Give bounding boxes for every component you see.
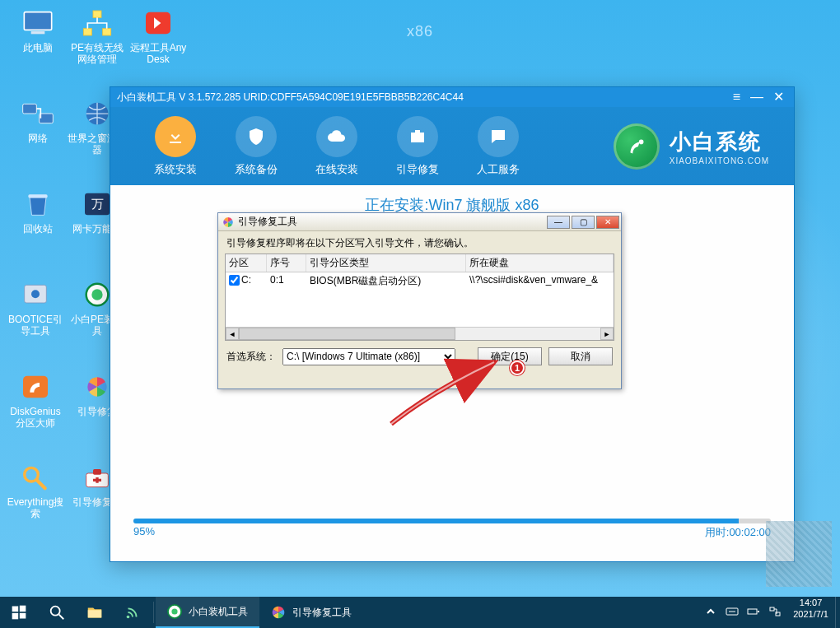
taskbar-wifi-icon[interactable] [114, 597, 152, 628]
ok-button[interactable]: 确定(15) [478, 347, 542, 365]
desktop-icon-bootice[interactable]: BOOTICE引导工具 [6, 278, 65, 337]
desktop-icon-label: DiskGenius分区大师 [6, 406, 65, 429]
col-type[interactable]: 引导分区类型 [306, 254, 466, 272]
dialog-titlebar[interactable]: 引导修复工具 — ▢ ✕ [218, 213, 621, 231]
nav-label: 系统安装 [135, 162, 216, 177]
desktop-icon-label: 网络 [8, 133, 68, 144]
taskbar-task-bootrepair[interactable]: 引导修复工具 [259, 597, 363, 628]
nav-manual[interactable]: 人工服务 [458, 116, 539, 177]
svg-rect-3 [83, 29, 91, 35]
desktop-icon-network[interactable]: 网络 [8, 97, 68, 144]
taskbar-search-icon[interactable] [38, 597, 76, 628]
app-nav: 系统安装 系统备份 在线安装 引导修复 人工服务 小白系统 XIAOBAIXIT… [110, 107, 794, 185]
dialog-message: 引导修复程序即将在以下分区写入引导文件，请您确认。 [218, 231, 621, 254]
col-index[interactable]: 序号 [267, 254, 306, 272]
recycle-bin-icon [18, 188, 58, 221]
desktop-icon-anydesk[interactable]: 远程工具AnyDesk [128, 7, 188, 65]
chat-icon [478, 116, 519, 157]
col-disk[interactable]: 所在硬盘 [466, 254, 614, 272]
svg-point-13 [31, 290, 40, 298]
svg-rect-28 [88, 610, 102, 617]
scroll-track[interactable] [239, 328, 600, 340]
preferred-system-select[interactable]: C:\ [Windows 7 Ultimate (x86)] [282, 348, 455, 365]
desktop-icon-diskgenius[interactable]: DiskGenius分区大师 [6, 370, 65, 429]
svg-point-15 [91, 289, 102, 300]
dialog-minimize-button[interactable]: — [547, 216, 570, 229]
desktop-icon-label: 此电脑 [8, 42, 68, 53]
svg-rect-9 [28, 194, 47, 198]
menu-icon[interactable]: ≡ [733, 91, 740, 104]
scroll-thumb[interactable] [239, 328, 455, 340]
grid-row[interactable]: C: 0:1 BIOS(MBR磁盘启动分区) \\?\scsi#disk&ven… [226, 272, 614, 290]
col-partition[interactable]: 分区 [226, 254, 267, 272]
tray-battery-icon[interactable] [747, 605, 760, 621]
svg-line-18 [37, 480, 45, 488]
anydesk-icon [138, 7, 178, 40]
preferred-system-label: 首选系统： [226, 350, 276, 364]
clock-time: 14:07 [793, 597, 828, 608]
bootice-icon [16, 278, 55, 311]
taskbar-clock[interactable]: 14:07 2021/7/1 [786, 597, 835, 628]
svg-text:万: 万 [91, 197, 104, 211]
progress-fill [133, 519, 739, 523]
nav-online[interactable]: 在线安装 [296, 116, 377, 177]
desktop-icon-label: BOOTICE引导工具 [6, 314, 65, 337]
nav-label: 系统备份 [216, 162, 296, 177]
start-button[interactable] [0, 597, 38, 628]
svg-rect-25 [20, 613, 26, 619]
svg-point-26 [51, 607, 60, 616]
network-manager-icon [77, 7, 117, 40]
desktop-icon-label: 远程工具AnyDesk [128, 42, 188, 65]
tray-keyboard-icon[interactable] [726, 605, 739, 621]
cell-index: 0:1 [267, 272, 306, 290]
svg-rect-2 [93, 11, 101, 17]
svg-rect-35 [758, 611, 759, 612]
nav-install[interactable]: 系统安装 [135, 116, 216, 177]
minimize-icon[interactable]: — [750, 91, 763, 104]
close-icon[interactable]: ✕ [773, 91, 784, 104]
download-icon [155, 116, 196, 157]
svg-line-27 [59, 615, 64, 620]
task-label: 引导修复工具 [292, 606, 352, 620]
cell-disk: \\?\scsi#disk&ven_vmware_& [466, 272, 614, 290]
desktop-icon-this-pc[interactable]: 此电脑 [8, 7, 68, 53]
app-titlebar[interactable]: 小白装机工具 V 3.1.572.285 URID:CDFF5A594C09E1… [110, 87, 794, 107]
tray-chevron-icon[interactable] [704, 605, 717, 621]
desktop-icon-label: Everything搜索 [6, 496, 65, 519]
svg-rect-36 [770, 607, 774, 611]
nav-bootfix[interactable]: 引导修复 [377, 116, 458, 177]
progress-bar [133, 519, 771, 523]
dialog-maximize-button[interactable]: ▢ [572, 216, 595, 229]
row-checkbox[interactable] [229, 275, 240, 286]
desktop-icon-label: PE有线无线网络管理 [68, 42, 127, 65]
dialog-close-button[interactable]: ✕ [596, 216, 619, 229]
svg-point-29 [127, 616, 130, 619]
desktop-icon-everything[interactable]: Everything搜索 [6, 461, 65, 519]
brand-url: XIAOBAIXITONG.COM [670, 156, 769, 165]
taskbar-task-xiaobai[interactable]: 小白装机工具 [156, 597, 259, 628]
cancel-button[interactable]: 取消 [548, 347, 613, 365]
tray-network-icon[interactable] [768, 605, 782, 621]
grid-hscrollbar[interactable]: ◄ ► [226, 327, 614, 340]
show-desktop-button[interactable] [835, 597, 840, 628]
task-label: 小白装机工具 [189, 605, 248, 619]
nav-label: 引导修复 [377, 162, 458, 177]
scroll-left-button[interactable]: ◄ [226, 328, 239, 340]
svg-point-21 [639, 139, 644, 144]
progress-percent: 95% [133, 525, 155, 540]
svg-rect-24 [12, 613, 19, 620]
cell-partition: C: [241, 274, 251, 286]
desktop-icon-label: 回收站 [8, 223, 68, 235]
search-icon [16, 461, 55, 494]
svg-rect-20 [93, 469, 101, 475]
svg-rect-6 [23, 104, 37, 114]
desktop-icon-recycle[interactable]: 回收站 [8, 188, 68, 235]
taskbar-explorer-icon[interactable] [76, 597, 114, 628]
desktop-icon-pe-net[interactable]: PE有线无线网络管理 [68, 7, 127, 65]
svg-point-31 [171, 608, 177, 614]
progress: 95% 用时:00:02:00 [133, 519, 771, 540]
svg-rect-1 [31, 31, 45, 34]
scroll-right-button[interactable]: ► [600, 328, 614, 340]
dialog-grid: 分区 序号 引导分区类型 所在硬盘 C: 0:1 BIOS(MBR磁盘启动分区)… [225, 254, 614, 341]
nav-backup[interactable]: 系统备份 [216, 116, 296, 177]
